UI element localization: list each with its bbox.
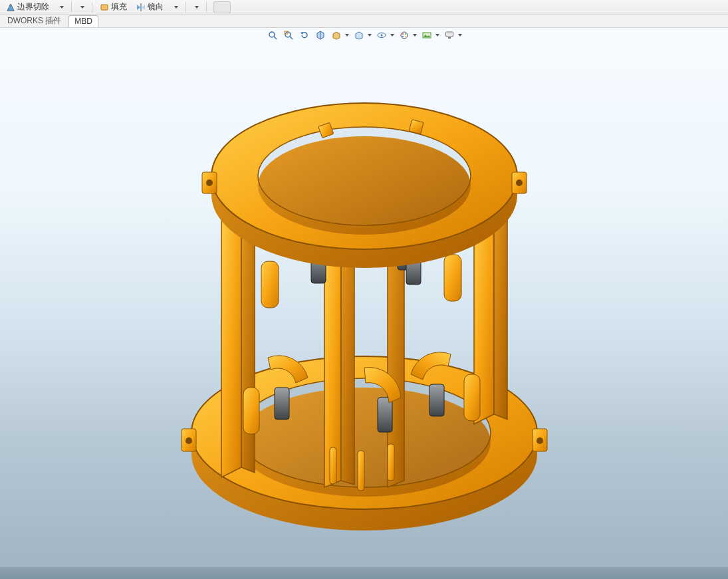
boundary-cut-icon (6, 3, 15, 12)
chevron-down-icon[interactable] (345, 34, 349, 37)
svg-rect-59 (275, 388, 289, 419)
svg-point-19 (402, 36, 404, 37)
svg-rect-23 (445, 32, 453, 37)
fill-button[interactable]: 填充 (96, 1, 130, 13)
tab-dworks-plugin[interactable]: DWORKS 插件 (1, 15, 67, 27)
zoom-window-button[interactable] (283, 29, 295, 41)
svg-line-5 (274, 37, 277, 39)
svg-marker-40 (341, 243, 354, 485)
svg-point-74 (206, 179, 213, 186)
heads-up-toolbar (264, 28, 465, 43)
separator (206, 2, 207, 13)
svg-marker-0 (7, 4, 14, 11)
chevron-down-icon[interactable] (435, 34, 439, 37)
chevron-down-icon (174, 6, 178, 9)
viewport-floor-gradient (0, 567, 728, 579)
separator (71, 2, 72, 13)
ribbon-blank-button[interactable] (213, 1, 231, 13)
zoom-to-fit-icon (268, 31, 277, 40)
svg-rect-58 (444, 255, 461, 301)
svg-point-32 (185, 437, 192, 444)
svg-marker-3 (142, 5, 145, 10)
chevron-down-icon (60, 6, 64, 9)
fill-label: 填充 (111, 1, 127, 13)
svg-marker-9 (301, 32, 303, 35)
command-manager-tabs: DWORKS 插件 MBD (0, 15, 728, 28)
svg-rect-61 (429, 384, 444, 416)
svg-marker-2 (137, 5, 140, 10)
svg-rect-66 (388, 444, 394, 481)
chevron-down-icon (80, 6, 84, 9)
apply-scene-icon (422, 31, 431, 40)
boundary-cut-button[interactable]: 边界切除 (3, 1, 53, 13)
section-view-icon (316, 31, 325, 40)
svg-rect-77 (409, 120, 424, 134)
fill-icon (100, 3, 109, 12)
chevron-down-icon[interactable] (458, 34, 462, 37)
svg-point-17 (402, 33, 404, 35)
edit-appearance-button[interactable] (398, 29, 410, 41)
mirror-label: 镜向 (148, 1, 164, 13)
svg-rect-57 (261, 261, 279, 308)
hide-show-button[interactable] (376, 29, 388, 41)
zoom-window-icon (284, 31, 293, 40)
display-style-button[interactable] (353, 29, 365, 41)
ribbon-dropdown-3[interactable] (170, 1, 182, 13)
chevron-down-icon[interactable] (413, 34, 417, 37)
svg-rect-64 (330, 447, 336, 484)
tab-dworks-plugin-label: DWORKS 插件 (7, 15, 61, 27)
mirror-icon (136, 3, 146, 12)
zoom-to-fit-button[interactable] (267, 29, 279, 41)
eye-icon (377, 31, 386, 40)
svg-point-33 (537, 437, 543, 444)
mirror-button[interactable]: 镜向 (133, 1, 167, 13)
appearance-icon (400, 31, 409, 40)
cad-model (158, 55, 570, 574)
graphics-viewport[interactable] (0, 28, 728, 579)
view-orient-icon (332, 31, 341, 40)
monitor-icon (445, 31, 454, 40)
ribbon-commands: 边界切除 填充 镜向 (0, 0, 728, 15)
svg-point-18 (405, 33, 406, 35)
svg-rect-1 (101, 5, 108, 10)
section-view-button[interactable] (314, 29, 326, 41)
prev-view-button[interactable] (299, 29, 310, 41)
chevron-down-icon[interactable] (368, 34, 372, 37)
chevron-down-icon[interactable] (390, 34, 394, 37)
ribbon-dropdown-4[interactable] (190, 1, 202, 13)
svg-point-15 (380, 35, 382, 37)
svg-rect-60 (378, 398, 392, 432)
svg-point-16 (401, 32, 408, 39)
separator (185, 2, 186, 13)
svg-marker-37 (494, 205, 507, 419)
apply-scene-button[interactable] (421, 29, 433, 41)
view-orient-button[interactable] (330, 29, 342, 41)
display-style-icon (354, 31, 364, 40)
svg-marker-34 (221, 205, 241, 477)
ribbon-dropdown-1[interactable] (55, 1, 67, 13)
tab-mbd[interactable]: MBD (68, 15, 98, 27)
separator (92, 2, 92, 13)
svg-line-7 (290, 37, 293, 39)
svg-point-70 (258, 136, 471, 235)
tab-mbd-label: MBD (74, 17, 92, 26)
ribbon-dropdown-2[interactable] (76, 1, 88, 13)
svg-marker-12 (333, 32, 340, 39)
svg-point-75 (516, 179, 523, 186)
svg-rect-24 (448, 37, 451, 39)
view-settings-button[interactable] (443, 29, 455, 41)
chevron-down-icon (195, 6, 199, 9)
svg-rect-62 (243, 388, 259, 434)
boundary-cut-label: 边界切除 (17, 1, 49, 13)
svg-marker-13 (356, 32, 362, 39)
svg-point-20 (405, 36, 406, 37)
svg-rect-63 (464, 374, 480, 421)
prev-view-icon (300, 31, 309, 40)
svg-point-4 (269, 32, 275, 37)
svg-rect-65 (358, 451, 364, 491)
